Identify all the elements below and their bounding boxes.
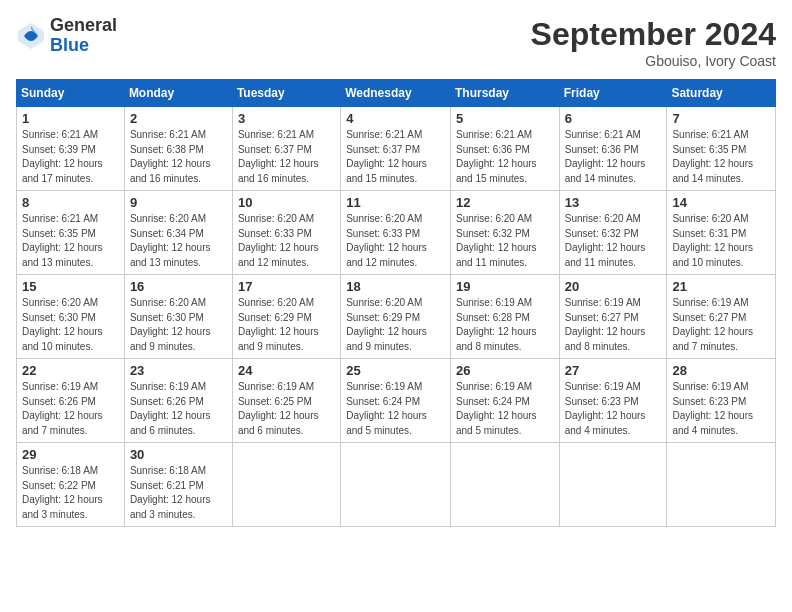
day-number: 5: [456, 111, 554, 126]
day-info: Sunrise: 6:18 AM Sunset: 6:21 PM Dayligh…: [130, 464, 227, 522]
table-row: 4 Sunrise: 6:21 AM Sunset: 6:37 PM Dayli…: [341, 107, 451, 191]
table-row: 9 Sunrise: 6:20 AM Sunset: 6:34 PM Dayli…: [124, 191, 232, 275]
day-info: Sunrise: 6:20 AM Sunset: 6:33 PM Dayligh…: [346, 212, 445, 270]
day-number: 30: [130, 447, 227, 462]
day-number: 1: [22, 111, 119, 126]
table-row: 23 Sunrise: 6:19 AM Sunset: 6:26 PM Dayl…: [124, 359, 232, 443]
col-friday: Friday: [559, 80, 667, 107]
day-number: 25: [346, 363, 445, 378]
table-row: 14 Sunrise: 6:20 AM Sunset: 6:31 PM Dayl…: [667, 191, 776, 275]
day-info: Sunrise: 6:19 AM Sunset: 6:25 PM Dayligh…: [238, 380, 335, 438]
day-info: Sunrise: 6:21 AM Sunset: 6:37 PM Dayligh…: [238, 128, 335, 186]
day-info: Sunrise: 6:21 AM Sunset: 6:36 PM Dayligh…: [456, 128, 554, 186]
calendar-table: Sunday Monday Tuesday Wednesday Thursday…: [16, 79, 776, 527]
calendar-week-row: 1 Sunrise: 6:21 AM Sunset: 6:39 PM Dayli…: [17, 107, 776, 191]
day-info: Sunrise: 6:19 AM Sunset: 6:28 PM Dayligh…: [456, 296, 554, 354]
day-info: Sunrise: 6:19 AM Sunset: 6:26 PM Dayligh…: [22, 380, 119, 438]
day-number: 28: [672, 363, 770, 378]
table-row: 13 Sunrise: 6:20 AM Sunset: 6:32 PM Dayl…: [559, 191, 667, 275]
table-row: 3 Sunrise: 6:21 AM Sunset: 6:37 PM Dayli…: [232, 107, 340, 191]
col-saturday: Saturday: [667, 80, 776, 107]
table-row: 12 Sunrise: 6:20 AM Sunset: 6:32 PM Dayl…: [450, 191, 559, 275]
table-row: 17 Sunrise: 6:20 AM Sunset: 6:29 PM Dayl…: [232, 275, 340, 359]
table-row: 15 Sunrise: 6:20 AM Sunset: 6:30 PM Dayl…: [17, 275, 125, 359]
col-monday: Monday: [124, 80, 232, 107]
day-info: Sunrise: 6:19 AM Sunset: 6:23 PM Dayligh…: [672, 380, 770, 438]
table-row: 10 Sunrise: 6:20 AM Sunset: 6:33 PM Dayl…: [232, 191, 340, 275]
logo-general: General: [50, 16, 117, 36]
day-number: 20: [565, 279, 662, 294]
table-row: 21 Sunrise: 6:19 AM Sunset: 6:27 PM Dayl…: [667, 275, 776, 359]
day-info: Sunrise: 6:20 AM Sunset: 6:33 PM Dayligh…: [238, 212, 335, 270]
day-info: Sunrise: 6:20 AM Sunset: 6:30 PM Dayligh…: [130, 296, 227, 354]
day-number: 14: [672, 195, 770, 210]
day-number: 16: [130, 279, 227, 294]
day-number: 4: [346, 111, 445, 126]
table-row: [232, 443, 340, 527]
day-info: Sunrise: 6:21 AM Sunset: 6:39 PM Dayligh…: [22, 128, 119, 186]
calendar-week-row: 22 Sunrise: 6:19 AM Sunset: 6:26 PM Dayl…: [17, 359, 776, 443]
table-row: 7 Sunrise: 6:21 AM Sunset: 6:35 PM Dayli…: [667, 107, 776, 191]
day-number: 29: [22, 447, 119, 462]
day-number: 26: [456, 363, 554, 378]
day-info: Sunrise: 6:19 AM Sunset: 6:24 PM Dayligh…: [346, 380, 445, 438]
day-info: Sunrise: 6:21 AM Sunset: 6:36 PM Dayligh…: [565, 128, 662, 186]
table-row: 1 Sunrise: 6:21 AM Sunset: 6:39 PM Dayli…: [17, 107, 125, 191]
calendar-week-row: 8 Sunrise: 6:21 AM Sunset: 6:35 PM Dayli…: [17, 191, 776, 275]
location: Gbouiso, Ivory Coast: [531, 53, 776, 69]
table-row: 22 Sunrise: 6:19 AM Sunset: 6:26 PM Dayl…: [17, 359, 125, 443]
table-row: 26 Sunrise: 6:19 AM Sunset: 6:24 PM Dayl…: [450, 359, 559, 443]
table-row: [559, 443, 667, 527]
day-number: 8: [22, 195, 119, 210]
logo: General Blue: [16, 16, 117, 56]
day-number: 3: [238, 111, 335, 126]
day-info: Sunrise: 6:20 AM Sunset: 6:29 PM Dayligh…: [238, 296, 335, 354]
table-row: 29 Sunrise: 6:18 AM Sunset: 6:22 PM Dayl…: [17, 443, 125, 527]
calendar-header-row: Sunday Monday Tuesday Wednesday Thursday…: [17, 80, 776, 107]
table-row: 11 Sunrise: 6:20 AM Sunset: 6:33 PM Dayl…: [341, 191, 451, 275]
day-info: Sunrise: 6:21 AM Sunset: 6:35 PM Dayligh…: [22, 212, 119, 270]
day-number: 7: [672, 111, 770, 126]
day-number: 19: [456, 279, 554, 294]
day-number: 21: [672, 279, 770, 294]
day-number: 24: [238, 363, 335, 378]
day-number: 27: [565, 363, 662, 378]
day-info: Sunrise: 6:21 AM Sunset: 6:38 PM Dayligh…: [130, 128, 227, 186]
table-row: 20 Sunrise: 6:19 AM Sunset: 6:27 PM Dayl…: [559, 275, 667, 359]
day-number: 13: [565, 195, 662, 210]
table-row: 19 Sunrise: 6:19 AM Sunset: 6:28 PM Dayl…: [450, 275, 559, 359]
col-tuesday: Tuesday: [232, 80, 340, 107]
table-row: 6 Sunrise: 6:21 AM Sunset: 6:36 PM Dayli…: [559, 107, 667, 191]
table-row: 2 Sunrise: 6:21 AM Sunset: 6:38 PM Dayli…: [124, 107, 232, 191]
day-info: Sunrise: 6:20 AM Sunset: 6:31 PM Dayligh…: [672, 212, 770, 270]
day-info: Sunrise: 6:19 AM Sunset: 6:27 PM Dayligh…: [565, 296, 662, 354]
day-number: 12: [456, 195, 554, 210]
day-number: 6: [565, 111, 662, 126]
day-number: 17: [238, 279, 335, 294]
table-row: 8 Sunrise: 6:21 AM Sunset: 6:35 PM Dayli…: [17, 191, 125, 275]
day-info: Sunrise: 6:20 AM Sunset: 6:30 PM Dayligh…: [22, 296, 119, 354]
logo-icon: [16, 21, 46, 51]
day-number: 11: [346, 195, 445, 210]
day-info: Sunrise: 6:20 AM Sunset: 6:29 PM Dayligh…: [346, 296, 445, 354]
col-thursday: Thursday: [450, 80, 559, 107]
logo-blue: Blue: [50, 36, 117, 56]
table-row: 30 Sunrise: 6:18 AM Sunset: 6:21 PM Dayl…: [124, 443, 232, 527]
day-info: Sunrise: 6:19 AM Sunset: 6:26 PM Dayligh…: [130, 380, 227, 438]
month-title: September 2024: [531, 16, 776, 53]
day-number: 10: [238, 195, 335, 210]
table-row: 24 Sunrise: 6:19 AM Sunset: 6:25 PM Dayl…: [232, 359, 340, 443]
logo-text: General Blue: [50, 16, 117, 56]
day-info: Sunrise: 6:20 AM Sunset: 6:32 PM Dayligh…: [456, 212, 554, 270]
col-wednesday: Wednesday: [341, 80, 451, 107]
day-info: Sunrise: 6:20 AM Sunset: 6:32 PM Dayligh…: [565, 212, 662, 270]
table-row: 27 Sunrise: 6:19 AM Sunset: 6:23 PM Dayl…: [559, 359, 667, 443]
day-number: 2: [130, 111, 227, 126]
day-info: Sunrise: 6:20 AM Sunset: 6:34 PM Dayligh…: [130, 212, 227, 270]
table-row: 16 Sunrise: 6:20 AM Sunset: 6:30 PM Dayl…: [124, 275, 232, 359]
table-row: [450, 443, 559, 527]
day-number: 15: [22, 279, 119, 294]
day-info: Sunrise: 6:21 AM Sunset: 6:37 PM Dayligh…: [346, 128, 445, 186]
table-row: 28 Sunrise: 6:19 AM Sunset: 6:23 PM Dayl…: [667, 359, 776, 443]
day-number: 18: [346, 279, 445, 294]
